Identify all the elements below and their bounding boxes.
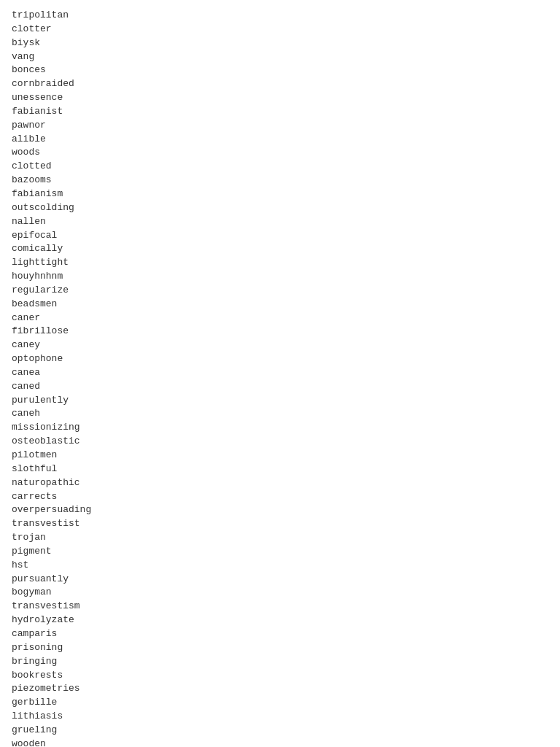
main-word-list: tripolitanclotterbiyskvangboncescornbrai… (12, 9, 548, 747)
list-item: caned (12, 380, 548, 394)
list-item: clotted (12, 160, 548, 174)
list-item: trojan (12, 531, 548, 545)
list-item: canea (12, 366, 548, 380)
list-item: missionizing (12, 421, 548, 435)
list-item: houyhnhnm (12, 270, 548, 284)
list-item: outscolding (12, 201, 548, 215)
list-item: caney (12, 338, 548, 352)
list-item: grueling (12, 724, 548, 738)
list-item: osteoblastic (12, 435, 548, 449)
list-item: unessence (12, 91, 548, 105)
list-item: alible (12, 133, 548, 147)
list-item: purulently (12, 394, 548, 408)
list-item: woods (12, 146, 548, 160)
list-item: wooden (12, 738, 548, 747)
list-item: hst (12, 559, 548, 573)
list-item: gerbille (12, 696, 548, 710)
list-item: pawnor (12, 119, 548, 133)
list-item: clotter (12, 23, 548, 36)
list-item: transvestism (12, 600, 548, 614)
list-item: beadsmen (12, 298, 548, 311)
list-item: regularize (12, 284, 548, 298)
list-item: comically (12, 242, 548, 256)
list-item: lighttight (12, 256, 548, 270)
list-item: fibrillose (12, 325, 548, 338)
list-item: bookrests (12, 669, 548, 683)
list-item: fabianism (12, 187, 548, 201)
list-item: camparis (12, 627, 548, 641)
list-item: epifocal (12, 229, 548, 243)
list-item: biysk (12, 36, 548, 50)
list-item: piezometries (12, 682, 548, 696)
list-item: bazooms (12, 174, 548, 187)
list-item: nallen (12, 215, 548, 229)
list-item: caneh (12, 407, 548, 421)
list-item: carrects (12, 490, 548, 504)
list-item: pigment (12, 545, 548, 559)
list-item: naturopathic (12, 476, 548, 490)
list-item: transvestist (12, 517, 548, 531)
list-item: prisoning (12, 641, 548, 655)
list-item: vang (12, 50, 548, 64)
list-item: caner (12, 311, 548, 325)
list-item: pursuantly (12, 573, 548, 587)
list-item: pilotmen (12, 449, 548, 462)
list-item: slothful (12, 462, 548, 476)
list-item: lithiasis (12, 710, 548, 724)
list-item: fabianist (12, 105, 548, 119)
list-item: bonces (12, 63, 548, 77)
list-item: overpersuading (12, 503, 548, 517)
list-item: tripolitan (12, 9, 548, 23)
list-item: cornbraided (12, 77, 548, 91)
list-item: bringing (12, 655, 548, 669)
list-item: hydrolyzate (12, 614, 548, 627)
list-item: optophone (12, 352, 548, 366)
list-item: bogyman (12, 586, 548, 600)
